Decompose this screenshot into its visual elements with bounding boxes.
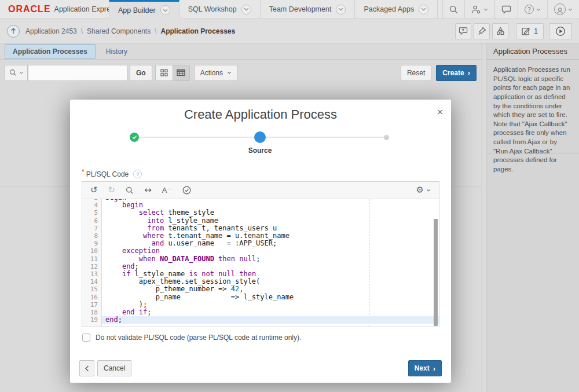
search-icon[interactable] — [442, 0, 464, 19]
nav-tab-packaged-apps[interactable]: Packaged Apps — [355, 0, 438, 19]
reset-button[interactable]: Reset — [401, 65, 431, 81]
item-help-icon[interactable]: ? — [133, 170, 142, 178]
help-icon[interactable]: ? — [518, 0, 547, 19]
validate-icon[interactable] — [182, 186, 191, 195]
font-size-dots: ·· — [167, 186, 173, 192]
shapes-icon[interactable] — [492, 23, 508, 39]
user-account-icon[interactable] — [547, 0, 579, 19]
administration-icon[interactable] — [464, 0, 494, 19]
dialog-footer: Cancel Next › — [79, 360, 442, 376]
line-number: 11 — [82, 255, 102, 263]
nav-tab-team-development[interactable]: Team Development — [261, 0, 356, 19]
code-editor-toolbar: ↺ ↻ ↔ A·· ⚙ — [82, 182, 439, 199]
line-number: 4 — [82, 202, 102, 209]
font-size-icon[interactable]: A·· — [162, 186, 172, 194]
nav-tab-app-builder[interactable]: App Builder — [109, 0, 179, 19]
line-number: 16 — [82, 294, 102, 301]
report-view-button[interactable] — [173, 65, 189, 80]
code-line[interactable]: 18 end if; — [82, 309, 439, 316]
icon-view-button[interactable] — [156, 65, 173, 80]
line-number: 14 — [82, 278, 102, 285]
previous-step-button[interactable] — [79, 360, 94, 376]
product-name: Application Express — [54, 5, 118, 13]
apex-screen: ORACLE Application Express App Builder S… — [0, 0, 579, 392]
line-number: 19 — [82, 316, 102, 324]
nav-tab-label: Team Development — [269, 5, 332, 13]
report-search-input[interactable] — [28, 65, 127, 81]
tab-application-processes[interactable]: Application Processes — [5, 44, 96, 59]
run-app-button[interactable] — [549, 23, 572, 39]
required-marker: * — [82, 168, 85, 176]
go-button[interactable]: Go — [130, 65, 152, 81]
code-text-area[interactable]: 3begin4 begin5 select theme_style6 into … — [82, 199, 439, 327]
sidebar-splitter[interactable] — [482, 43, 486, 392]
line-number: 10 — [82, 247, 102, 255]
nav-utility-icons: ? — [442, 0, 579, 19]
view-toggle-group — [155, 65, 190, 81]
undo-icon[interactable]: ↺ — [90, 186, 98, 195]
cancel-button[interactable]: Cancel — [97, 360, 131, 376]
chevron-right-icon: › — [468, 68, 470, 77]
chat-icon[interactable] — [494, 0, 518, 19]
actions-label: Actions — [200, 69, 223, 77]
code-editor: ↺ ↻ ↔ A·· ⚙ 3begin4 begin5 se — [82, 181, 439, 327]
editor-scrollbar-thumb[interactable] — [434, 219, 438, 326]
create-label: Create — [442, 69, 464, 77]
tab-history[interactable]: History — [106, 47, 127, 56]
nav-tab-sql-workshop[interactable]: SQL Workshop — [179, 0, 261, 19]
nav-tabs: App Builder SQL Workshop Team Developmen… — [109, 0, 438, 19]
line-number: 13 — [82, 270, 102, 278]
nav-tab-label: Packaged Apps — [364, 5, 414, 13]
actions-menu-button[interactable]: Actions — [194, 65, 238, 81]
report-right-buttons: Reset Create › — [401, 65, 477, 81]
do-not-validate-checkbox[interactable] — [82, 334, 90, 342]
top-navigation: ORACLE Application Express App Builder S… — [0, 0, 579, 19]
create-button[interactable]: Create › — [436, 65, 477, 81]
oracle-logo[interactable]: ORACLE Application Express — [0, 0, 109, 19]
validate-checkbox-row: Do not validate PL/SQL code (parse PL/SQ… — [82, 334, 301, 342]
chevron-down-icon[interactable] — [160, 5, 170, 15]
line-number: 9 — [82, 240, 102, 247]
editor-settings[interactable]: ⚙ — [416, 186, 431, 195]
line-number: 8 — [82, 232, 102, 240]
next-button[interactable]: Next › — [408, 360, 442, 376]
code-lines: 3begin4 begin5 select theme_style6 into … — [82, 199, 439, 324]
do-not-validate-label[interactable]: Do not validate PL/SQL code (parse PL/SQ… — [96, 334, 301, 342]
find-icon[interactable] — [126, 186, 134, 195]
chevron-down-icon[interactable] — [336, 5, 346, 14]
replace-icon[interactable]: ↔ — [144, 186, 152, 195]
create-application-process-dialog: Create Application Process × Source * PL… — [70, 100, 451, 383]
report-toolbar: Go Actions Reset Create — [0, 60, 482, 86]
theme-roller-icon[interactable] — [474, 23, 490, 39]
breadcrumb-item[interactable]: Application 2453 — [25, 27, 77, 35]
code-line[interactable]: 19end; — [82, 316, 439, 324]
line-number: 5 — [82, 209, 102, 217]
sidebar-title: Application Processes — [486, 43, 579, 60]
gear-icon: ⚙ — [416, 186, 424, 195]
next-label: Next — [415, 364, 430, 372]
chevron-down-icon[interactable] — [419, 5, 428, 14]
chevron-down-icon[interactable] — [241, 5, 251, 14]
wizard-step-pending-dot — [384, 135, 389, 140]
edit-page-number: 1 — [534, 27, 538, 35]
line-number: 12 — [82, 263, 102, 270]
up-arrow-icon[interactable] — [7, 25, 20, 38]
chevron-right-icon: › — [433, 364, 435, 373]
breadcrumb-separator: \ — [81, 27, 83, 35]
breadcrumb-item[interactable]: Shared Components — [87, 27, 151, 35]
nav-tab-label: SQL Workshop — [188, 5, 237, 13]
wizard-step-label: Source — [237, 146, 283, 155]
search-column-selector[interactable] — [5, 65, 28, 81]
question-mark-icon: ? — [525, 5, 534, 14]
page-action-buttons: 1 — [455, 23, 572, 39]
region-tabs: Application Processes History — [0, 43, 482, 60]
feedback-button[interactable] — [455, 23, 471, 39]
line-number: 17 — [82, 301, 102, 309]
line-number: 6 — [82, 217, 102, 225]
edit-page-button[interactable]: 1 — [516, 23, 544, 39]
line-number: 15 — [82, 285, 102, 293]
plsql-code-label: PL/SQL Code — [86, 170, 129, 178]
breadcrumb-current: Application Processes — [161, 27, 236, 35]
redo-icon[interactable]: ↻ — [108, 186, 116, 195]
breadcrumb-bar: Application 2453 \ Shared Components \ A… — [0, 19, 579, 43]
